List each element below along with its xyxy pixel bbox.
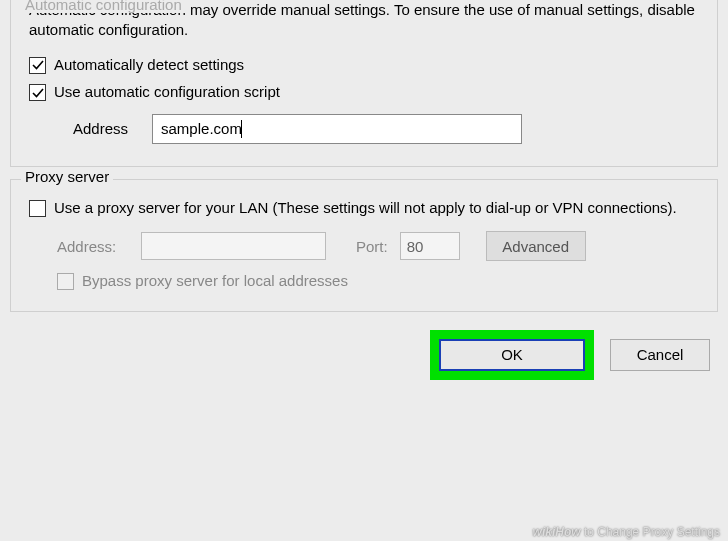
ok-highlight-box: OK: [430, 330, 594, 380]
text-cursor-icon: [241, 120, 242, 138]
bypass-checkbox: [57, 273, 74, 290]
bypass-label: Bypass proxy server for local addresses: [82, 271, 348, 291]
bypass-row: Bypass proxy server for local addresses: [57, 271, 699, 291]
use-script-row: Use automatic configuration script: [29, 82, 699, 102]
use-script-checkbox[interactable]: [29, 84, 46, 101]
script-address-row: Address sample.com: [73, 114, 699, 144]
script-address-label: Address: [73, 120, 128, 137]
proxy-port-input: [400, 232, 460, 260]
detect-settings-label: Automatically detect settings: [54, 55, 244, 75]
check-icon: [32, 87, 44, 99]
automatic-configuration-group: Automatic configuration Automatic config…: [10, 0, 718, 167]
watermark-brand: wikiHow: [533, 525, 581, 539]
proxy-address-label: Address:: [57, 238, 129, 255]
use-proxy-row: Use a proxy server for your LAN (These s…: [29, 198, 699, 218]
script-address-input[interactable]: sample.com: [152, 114, 522, 144]
dialog-footer: OK Cancel: [0, 324, 728, 380]
use-script-label: Use automatic configuration script: [54, 82, 280, 102]
detect-settings-checkbox[interactable]: [29, 57, 46, 74]
proxy-address-input: [141, 232, 326, 260]
detect-settings-row: Automatically detect settings: [29, 55, 699, 75]
use-proxy-label: Use a proxy server for your LAN (These s…: [54, 198, 677, 218]
script-address-value: sample.com: [161, 120, 242, 137]
advanced-button: Advanced: [486, 231, 586, 261]
watermark-title: to Change Proxy Settings: [581, 525, 720, 539]
check-icon: [32, 59, 44, 71]
watermark: wikiHow to Change Proxy Settings: [533, 525, 720, 539]
use-proxy-checkbox[interactable]: [29, 200, 46, 217]
automatic-configuration-legend: Automatic configuration: [21, 0, 186, 13]
proxy-address-row: Address: Port: Advanced: [57, 231, 699, 261]
ok-button[interactable]: OK: [439, 339, 585, 371]
proxy-port-label: Port:: [356, 238, 388, 255]
proxy-server-group: Proxy server Use a proxy server for your…: [10, 179, 718, 312]
proxy-server-legend: Proxy server: [21, 168, 113, 185]
cancel-button[interactable]: Cancel: [610, 339, 710, 371]
